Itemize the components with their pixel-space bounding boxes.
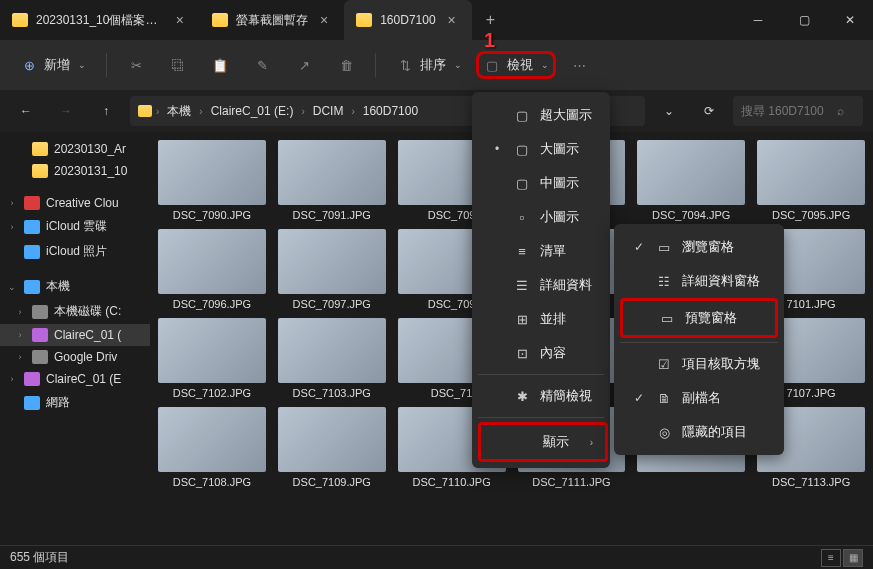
file-item[interactable]: DSC_7090.JPG [158, 140, 266, 221]
sidebar-item[interactable]: ⌄ 本機 [0, 274, 150, 299]
menu-item[interactable]: ☷ 詳細資料窗格 [620, 264, 778, 298]
chevron-icon: › [6, 222, 18, 232]
menu-item[interactable]: ✱ 精簡檢視 [478, 379, 608, 413]
menu-item[interactable]: ⊡ 內容 [478, 336, 608, 370]
search-box[interactable]: ⌕ [733, 96, 863, 126]
menu-item[interactable]: 顯示 › [478, 422, 608, 462]
paste-button[interactable]: 📋 [201, 50, 239, 80]
chevron-down-icon: ⌄ [78, 60, 86, 70]
sidebar-item[interactable]: › ClaireC_01 ( [0, 324, 150, 346]
tab-1[interactable]: 20230131_10個檔案總管功 × [0, 0, 200, 40]
file-name: DSC_7095.JPG [772, 209, 850, 221]
tab-2[interactable]: 螢幕截圖暫存 × [200, 0, 344, 40]
sidebar-label: 本機 [46, 278, 70, 295]
close-icon[interactable]: × [172, 12, 188, 28]
sidebar-item[interactable]: 20230130_Ar [0, 138, 150, 160]
sidebar-label: Google Driv [54, 350, 117, 364]
nav-icon [32, 350, 48, 364]
close-icon[interactable]: × [316, 12, 332, 28]
file-item[interactable]: DSC_7102.JPG [158, 318, 266, 399]
new-button[interactable]: ⊕ 新增 ⌄ [10, 50, 96, 80]
sidebar-item[interactable]: 20230131_10 [0, 160, 150, 182]
menu-item[interactable]: ⊞ 並排 [478, 302, 608, 336]
menu-item[interactable]: ▭ 預覽窗格 [620, 298, 778, 338]
title-bar: 20230131_10個檔案總管功 × 螢幕截圖暫存 × 160D7100 × … [0, 0, 873, 40]
menu-item[interactable]: ◎ 隱藏的項目 [620, 415, 778, 449]
crumb-item[interactable]: 本機 [163, 101, 195, 122]
menu-item-icon: ▭ [656, 240, 672, 255]
crumb-item[interactable]: 160D7100 [359, 102, 422, 120]
menu-item-label: 大圖示 [540, 140, 579, 158]
file-name: DSC_71 [431, 387, 473, 399]
delete-button[interactable]: 🗑 [327, 50, 365, 80]
menu-item-icon: ▭ [659, 311, 675, 326]
thumbnail [278, 229, 386, 294]
dropdown-button[interactable]: ⌄ [653, 95, 685, 127]
crumb-item[interactable]: DCIM [309, 102, 348, 120]
thumbnail [158, 229, 266, 294]
sidebar-item[interactable]: iCloud 照片 [0, 239, 150, 264]
sidebar-item[interactable]: › Google Driv [0, 346, 150, 368]
file-item[interactable]: DSC_7109.JPG [278, 407, 386, 488]
sort-button[interactable]: ⇅ 排序 ⌄ [386, 50, 472, 80]
chevron-down-icon: ⌄ [541, 60, 549, 70]
share-icon: ↗ [295, 56, 313, 74]
menu-item[interactable]: ▢ 中圖示 [478, 166, 608, 200]
file-item[interactable]: DSC_7097.JPG [278, 229, 386, 310]
window-controls: ─ ▢ ✕ [735, 0, 873, 40]
thumbnail [278, 318, 386, 383]
sidebar-item[interactable]: › ClaireC_01 (E [0, 368, 150, 390]
sidebar-item[interactable]: 網路 [0, 390, 150, 415]
up-button[interactable]: ↑ [90, 95, 122, 127]
tab-label: 螢幕截圖暫存 [236, 12, 308, 29]
menu-item[interactable]: ✓ 🗎 副檔名 [620, 381, 778, 415]
view-icon: ▢ [483, 56, 501, 74]
sidebar-item[interactable]: › iCloud 雲碟 [0, 214, 150, 239]
maximize-button[interactable]: ▢ [781, 0, 827, 40]
share-button[interactable]: ↗ [285, 50, 323, 80]
menu-item[interactable]: ▫ 小圖示 [478, 200, 608, 234]
menu-item-label: 內容 [540, 344, 566, 362]
menu-item-icon: ☷ [656, 274, 672, 289]
file-item[interactable]: DSC_7091.JPG [278, 140, 386, 221]
close-icon[interactable]: × [444, 12, 460, 28]
separator [106, 53, 107, 77]
minimize-button[interactable]: ─ [735, 0, 781, 40]
rename-button[interactable]: ✎ [243, 50, 281, 80]
menu-item[interactable]: • ▢ 大圖示 [478, 132, 608, 166]
search-icon[interactable]: ⌕ [837, 104, 844, 118]
menu-item-icon: 🗎 [656, 391, 672, 406]
tab-3-active[interactable]: 160D7100 × [344, 0, 472, 40]
file-item[interactable]: DSC_7103.JPG [278, 318, 386, 399]
file-name: DSC_7108.JPG [173, 476, 251, 488]
copy-button[interactable]: ⿻ [159, 50, 197, 80]
menu-item[interactable]: ▢ 超大圖示 [478, 98, 608, 132]
menu-item[interactable]: ☰ 詳細資料 [478, 268, 608, 302]
chevron-right-icon: › [590, 437, 593, 448]
list-view-button[interactable]: ≡ [821, 549, 841, 567]
crumb-item[interactable]: ClaireC_01 (E:) [207, 102, 298, 120]
close-button[interactable]: ✕ [827, 0, 873, 40]
file-item[interactable]: DSC_7096.JPG [158, 229, 266, 310]
more-button[interactable]: ⋯ [560, 50, 598, 80]
search-input[interactable] [741, 104, 831, 118]
file-item[interactable]: DSC_7095.JPG [757, 140, 865, 221]
menu-item[interactable]: ≡ 清單 [478, 234, 608, 268]
nav-icon [32, 305, 48, 319]
forward-button[interactable]: → [50, 95, 82, 127]
grid-view-button[interactable]: ▦ [843, 549, 863, 567]
thumbnail [158, 140, 266, 205]
menu-item[interactable]: ☑ 項目核取方塊 [620, 347, 778, 381]
menu-item-icon: ▫ [514, 210, 530, 225]
sidebar-item[interactable]: › Creative Clou [0, 192, 150, 214]
back-button[interactable]: ← [10, 95, 42, 127]
new-tab-button[interactable]: + [472, 11, 509, 29]
file-item[interactable]: DSC_7108.JPG [158, 407, 266, 488]
refresh-button[interactable]: ⟳ [693, 95, 725, 127]
file-item[interactable]: DSC_7094.JPG [637, 140, 745, 221]
view-button[interactable]: ▢ 檢視 ⌄ [476, 51, 556, 79]
cut-button[interactable]: ✂ [117, 50, 155, 80]
sort-icon: ⇅ [396, 56, 414, 74]
sidebar-item[interactable]: › 本機磁碟 (C: [0, 299, 150, 324]
menu-item[interactable]: ✓ ▭ 瀏覽窗格 [620, 230, 778, 264]
